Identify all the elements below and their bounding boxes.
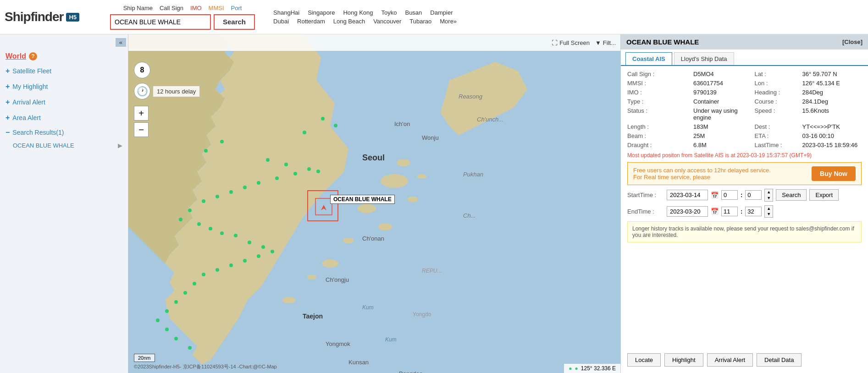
ship-dot[interactable] bbox=[316, 170, 320, 173]
tab-mmsi[interactable]: MMSI bbox=[209, 5, 224, 11]
ship-dot[interactable] bbox=[174, 337, 178, 340]
svg-point-10 bbox=[282, 297, 295, 303]
sidebar-item-satellite-fleet[interactable]: + Satellite Fleet bbox=[0, 63, 128, 79]
tab-port[interactable]: Port bbox=[231, 5, 242, 11]
ship-dot[interactable] bbox=[229, 263, 233, 267]
ship-dot[interactable] bbox=[307, 167, 311, 171]
ship-dot[interactable] bbox=[188, 346, 192, 350]
port-shanghai[interactable]: ShangHai bbox=[273, 9, 299, 16]
ship-dot[interactable] bbox=[216, 195, 219, 198]
detail-data-button[interactable]: Detail Data bbox=[757, 353, 802, 367]
ship-dot[interactable] bbox=[257, 181, 260, 185]
sidebar-item-search-results[interactable]: − Search Results(1) bbox=[0, 126, 128, 139]
port-tubarao[interactable]: Tubarao bbox=[409, 18, 431, 25]
ship-dot[interactable] bbox=[243, 186, 247, 189]
end-time-hour-input[interactable] bbox=[721, 207, 738, 216]
port-dampier[interactable]: Dampier bbox=[430, 9, 453, 16]
ship-dot[interactable] bbox=[243, 259, 247, 263]
svg-text:Ch'onan: Ch'onan bbox=[362, 235, 384, 242]
tab-ship-name[interactable]: Ship Name bbox=[123, 5, 153, 11]
zoom-in-button[interactable]: + bbox=[134, 106, 149, 121]
start-time-stepper[interactable]: ▲ ▼ bbox=[764, 189, 773, 202]
port-busan[interactable]: Busan bbox=[405, 9, 422, 16]
ship-dot[interactable] bbox=[183, 291, 187, 295]
stepper-up[interactable]: ▲ bbox=[765, 189, 773, 195]
sidebar-ship-result-item[interactable]: OCEAN BLUE WHALE ▶ bbox=[0, 139, 128, 152]
ship-dot[interactable] bbox=[271, 250, 274, 253]
ship-dot[interactable] bbox=[174, 300, 178, 304]
highlight-button[interactable]: Highlight bbox=[664, 353, 703, 367]
port-longbeach[interactable]: Long Beach bbox=[333, 18, 365, 25]
port-rotterdam[interactable]: Rotterdam bbox=[297, 18, 325, 25]
stepper-down-2[interactable]: ▼ bbox=[765, 211, 773, 217]
ship-dot[interactable] bbox=[165, 309, 169, 313]
zoom-controls: 8 🕐 12 hours delay + − bbox=[134, 62, 199, 137]
ship-dot[interactable] bbox=[220, 140, 224, 143]
map-container[interactable]: Seoul Suwon Ich'on Wonju Ch'onan Ch'ongj… bbox=[128, 34, 620, 373]
start-time-date-input[interactable] bbox=[667, 190, 708, 200]
ship-dot[interactable] bbox=[216, 268, 219, 272]
tab-imo[interactable]: IMO bbox=[190, 5, 202, 11]
panel-search-button[interactable]: Search bbox=[776, 189, 807, 201]
search-input[interactable] bbox=[110, 14, 211, 30]
end-time-min-input[interactable] bbox=[745, 207, 762, 216]
ship-dot[interactable] bbox=[197, 222, 201, 226]
ship-dot[interactable] bbox=[257, 254, 260, 258]
sidebar-collapse-button[interactable]: « bbox=[116, 38, 126, 47]
ship-dot[interactable] bbox=[248, 241, 251, 244]
ship-dot[interactable] bbox=[220, 231, 224, 235]
ship-dot[interactable] bbox=[156, 318, 160, 322]
ship-dot[interactable] bbox=[202, 273, 205, 276]
lon-label: Lon : bbox=[755, 80, 801, 87]
ship-dot[interactable] bbox=[188, 208, 192, 212]
sidebar-world-link[interactable]: World ? bbox=[0, 49, 128, 63]
sidebar-item-my-highlight[interactable]: + My Highlight bbox=[0, 79, 128, 94]
search-button[interactable]: Search bbox=[214, 14, 255, 30]
ship-dot[interactable] bbox=[334, 124, 337, 127]
stepper-down[interactable]: ▼ bbox=[765, 195, 773, 201]
port-dubai[interactable]: Dubai bbox=[273, 18, 289, 25]
ship-dot[interactable] bbox=[209, 227, 212, 230]
port-vancouver[interactable]: Vancouver bbox=[373, 18, 401, 25]
panel-export-button[interactable]: Export bbox=[809, 189, 839, 201]
ship-dot[interactable] bbox=[321, 117, 325, 121]
sidebar-item-area-alert[interactable]: + Area Alert bbox=[0, 110, 128, 126]
calendar-icon[interactable]: 📅 bbox=[711, 192, 719, 199]
start-time-hour-input[interactable] bbox=[721, 190, 738, 200]
tab-call-sign[interactable]: Call Sign bbox=[160, 5, 183, 11]
port-more[interactable]: More» bbox=[440, 18, 457, 25]
locate-button[interactable]: Locate bbox=[627, 353, 661, 367]
start-time-min-input[interactable] bbox=[745, 190, 762, 200]
ship-dot[interactable] bbox=[275, 176, 279, 180]
ship-dot[interactable] bbox=[234, 234, 238, 237]
ship-dot[interactable] bbox=[229, 190, 233, 194]
port-hongkong[interactable]: Hong Kong bbox=[343, 9, 373, 16]
svg-text:Pongdae: Pongdae bbox=[399, 370, 423, 373]
ship-dot[interactable] bbox=[266, 158, 270, 162]
panel-close-button[interactable]: [Close] bbox=[842, 38, 862, 45]
ship-dot[interactable] bbox=[293, 172, 297, 176]
end-time-stepper[interactable]: ▲ ▼ bbox=[764, 205, 773, 218]
world-help-icon[interactable]: ? bbox=[29, 52, 37, 60]
ship-dot[interactable] bbox=[179, 218, 182, 221]
ship-dot[interactable] bbox=[303, 131, 306, 134]
fullscreen-button[interactable]: ⛶ Full Screen bbox=[552, 39, 590, 46]
sidebar-item-arrival-alert[interactable]: + Arrival Alert bbox=[0, 94, 128, 110]
buy-now-button[interactable]: Buy Now bbox=[812, 166, 856, 181]
zoom-out-button[interactable]: − bbox=[134, 122, 149, 137]
tab-coastal-ais[interactable]: Coastal AIS bbox=[625, 52, 672, 65]
port-singapore[interactable]: Singapore bbox=[308, 9, 335, 16]
arrival-alert-button[interactable]: Arrival Alert bbox=[707, 353, 753, 367]
ship-dot[interactable] bbox=[193, 282, 196, 285]
ship-dot[interactable] bbox=[202, 199, 205, 203]
ship-dot[interactable] bbox=[165, 328, 169, 331]
filter-button[interactable]: ▼ Filt... bbox=[595, 39, 616, 46]
ship-dot[interactable] bbox=[261, 245, 265, 249]
ship-dot[interactable] bbox=[204, 149, 208, 153]
calendar-icon-2[interactable]: 📅 bbox=[711, 208, 719, 215]
end-time-date-input[interactable] bbox=[667, 206, 708, 217]
stepper-up-2[interactable]: ▲ bbox=[765, 206, 773, 212]
tab-lloyds[interactable]: Lloyd's Ship Data bbox=[674, 52, 734, 65]
ship-dot[interactable] bbox=[284, 163, 288, 166]
port-toyko[interactable]: Toyko bbox=[381, 9, 397, 16]
